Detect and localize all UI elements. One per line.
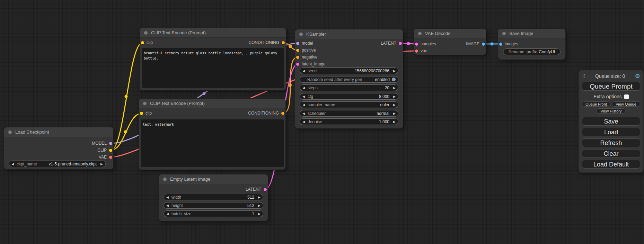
node-load-checkpoint[interactable]: Load Checkpoint MODEL CLIP VAE ◀ ckpt_na… — [4, 127, 113, 169]
output-port-vae[interactable] — [109, 156, 112, 159]
view-history-button[interactable]: View History — [597, 108, 626, 114]
input-port-positive[interactable] — [296, 49, 299, 52]
widget-label: denoise — [308, 119, 322, 124]
node-title: CLIP Text Encode (Prompt) — [150, 101, 205, 106]
node-title-bar[interactable]: VAE Decode — [414, 29, 486, 38]
decrement-arrow-icon[interactable]: ◀ — [302, 112, 307, 115]
queue-front-button[interactable]: Queue Front — [582, 101, 610, 107]
output-port-model[interactable] — [109, 142, 112, 145]
output-port-conditioning[interactable] — [281, 112, 284, 115]
collapse-dot-icon[interactable] — [143, 102, 147, 105]
node-graph-canvas[interactable]: Load Checkpoint MODEL CLIP VAE ◀ ckpt_na… — [0, 0, 644, 244]
prompt-textarea[interactable]: beautiful scenery nature glass bottle la… — [142, 48, 284, 88]
input-port-images[interactable] — [499, 43, 502, 46]
input-port-clip[interactable] — [140, 112, 143, 115]
output-port-latent[interactable] — [399, 42, 402, 45]
height-widget[interactable]: ◀ height 512 ▶ — [164, 202, 263, 209]
increment-arrow-icon[interactable]: ▶ — [256, 196, 261, 199]
node-clip-text-encode-positive[interactable]: CLIP Text Encode (Prompt) clip CONDITION… — [140, 28, 286, 90]
widget-label: scheduler — [308, 111, 326, 116]
increment-arrow-icon[interactable]: ▶ — [391, 103, 396, 107]
extra-options-checkbox[interactable] — [624, 94, 629, 99]
increment-arrow-icon[interactable]: ▶ — [98, 162, 103, 166]
decrement-arrow-icon[interactable]: ◀ — [302, 103, 307, 107]
input-port-negative[interactable] — [296, 56, 299, 59]
port-row: images — [498, 40, 565, 47]
toggle-icon[interactable] — [392, 78, 396, 81]
widget-label: filename_prefix — [509, 49, 537, 54]
increment-arrow-icon[interactable]: ▶ — [391, 69, 396, 73]
width-widget[interactable]: ◀ width 512 ▶ — [164, 194, 263, 200]
input-port-samples[interactable] — [415, 43, 418, 46]
save-button[interactable]: Save — [582, 117, 640, 126]
decrement-arrow-icon[interactable]: ◀ — [302, 95, 307, 98]
load-default-button[interactable]: Load Default — [582, 160, 640, 169]
output-port-latent[interactable] — [264, 188, 267, 191]
decrement-arrow-icon[interactable]: ◀ — [166, 212, 171, 216]
clear-button[interactable]: Clear — [582, 149, 640, 158]
scheduler-widget[interactable]: ◀ scheduler normal ▶ — [300, 110, 398, 117]
collapse-dot-icon[interactable] — [502, 32, 506, 35]
node-clip-text-encode-negative[interactable]: CLIP Text Encode (Prompt) clip CONDITION… — [139, 99, 285, 170]
port-label: positive — [302, 48, 316, 53]
decrement-arrow-icon[interactable]: ◀ — [302, 120, 307, 124]
node-title-bar[interactable]: KSampler — [295, 29, 403, 39]
input-port-model[interactable] — [296, 42, 299, 45]
refresh-button[interactable]: Refresh — [582, 138, 640, 147]
widget-label: ckpt_name — [17, 162, 37, 166]
decrement-arrow-icon[interactable]: ◀ — [302, 69, 307, 73]
random-seed-widget[interactable]: Random seed after every gen enabled — [300, 76, 398, 83]
node-empty-latent-image[interactable]: Empty Latent Image LATENT ◀ width 512 ▶ … — [159, 174, 268, 221]
increment-arrow-icon[interactable]: ▶ — [391, 86, 396, 90]
load-button[interactable]: Load — [582, 128, 640, 136]
node-title-bar[interactable]: Load Checkpoint — [4, 127, 113, 137]
widget-value: 8.000 — [379, 94, 389, 99]
node-title-bar[interactable]: Save Image — [498, 29, 565, 38]
ckpt-name-widget[interactable]: ◀ ckpt_name v1-5-pruned-emaonly.ckpt ▶ — [9, 161, 106, 167]
decrement-arrow-icon[interactable]: ◀ — [302, 86, 307, 90]
input-port-clip[interactable] — [141, 41, 144, 44]
increment-arrow-icon[interactable]: ▶ — [391, 120, 396, 124]
increment-arrow-icon[interactable]: ▶ — [391, 95, 396, 98]
denoise-widget[interactable]: ◀ denoise 1.000 ▶ — [300, 118, 398, 125]
port-row: clip CONDITIONING — [139, 110, 285, 117]
collapse-dot-icon[interactable] — [299, 33, 303, 36]
widget-value: 156680208700286 — [355, 69, 389, 73]
increment-arrow-icon[interactable]: ▶ — [256, 212, 261, 216]
collapse-dot-icon[interactable] — [144, 31, 148, 35]
filename-prefix-widget[interactable]: filename_prefix ComfyUI — [503, 48, 561, 55]
seed-widget[interactable]: ◀ seed 156680208700286 ▶ — [300, 67, 398, 74]
output-port-image[interactable] — [482, 43, 485, 46]
port-label: model — [302, 41, 313, 46]
cfg-widget[interactable]: ◀ cfg 8.000 ▶ — [300, 93, 398, 100]
decrement-arrow-icon[interactable]: ◀ — [166, 196, 171, 199]
node-save-image[interactable]: Save Image images filename_prefix ComfyU… — [498, 29, 565, 60]
output-port-clip[interactable] — [109, 149, 112, 152]
port-label: negative — [302, 55, 317, 60]
input-port-vae[interactable] — [415, 49, 418, 53]
sampler-name-widget[interactable]: ◀ sampler_name euler ▶ — [300, 101, 398, 108]
node-ksampler[interactable]: KSampler model LATENT positive negative … — [295, 29, 403, 128]
node-vae-decode[interactable]: VAE Decode samples IMAGE vae — [414, 29, 486, 55]
collapse-dot-icon[interactable] — [163, 178, 167, 181]
prompt-textarea[interactable]: text, watermark — [141, 119, 284, 167]
gear-icon[interactable]: ⚙ — [635, 73, 640, 79]
increment-arrow-icon[interactable]: ▶ — [391, 112, 396, 115]
queue-prompt-button[interactable]: Queue Prompt — [582, 82, 640, 91]
steps-widget[interactable]: ◀ steps 20 ▶ — [300, 84, 398, 91]
decrement-arrow-icon[interactable]: ◀ — [166, 204, 171, 207]
port-label: samples — [421, 42, 436, 46]
node-title: CLIP Text Encode (Prompt) — [151, 30, 206, 35]
input-port-latent-image[interactable] — [296, 63, 299, 66]
batch-size-widget[interactable]: ◀ batch_size 1 ▶ — [164, 210, 263, 217]
view-queue-button[interactable]: View Queue — [612, 101, 640, 107]
node-title-bar[interactable]: CLIP Text Encode (Prompt) — [140, 28, 286, 38]
collapse-dot-icon[interactable] — [8, 130, 12, 134]
drag-handle-icon[interactable]: ⠿ — [582, 74, 585, 79]
node-title-bar[interactable]: CLIP Text Encode (Prompt) — [139, 99, 285, 108]
collapse-dot-icon[interactable] — [418, 32, 422, 35]
decrement-arrow-icon[interactable]: ◀ — [11, 162, 16, 166]
output-port-conditioning[interactable] — [282, 41, 285, 44]
node-title-bar[interactable]: Empty Latent Image — [159, 174, 268, 184]
increment-arrow-icon[interactable]: ▶ — [256, 204, 261, 207]
